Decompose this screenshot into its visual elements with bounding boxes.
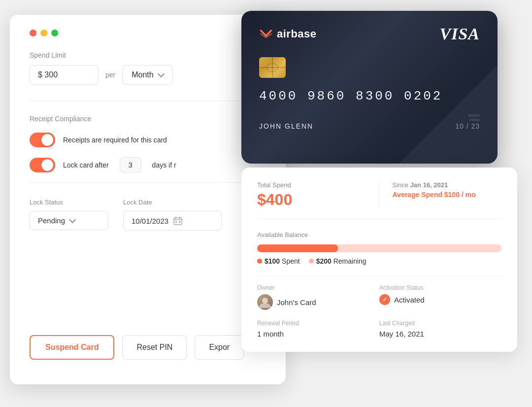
legend-spent: $100 Spent [257,257,300,265]
lock-date-field[interactable]: 10/01/2023 [123,211,222,231]
balance-legend: $100 Spent $200 Remaining [257,257,501,265]
toggle-lock-suffix: days if r [152,161,176,169]
window-controls [30,30,266,36]
toggle-lock-prefix: Lock card after [63,161,109,169]
card-number: 4000 9860 8300 0202 [259,89,480,103]
spend-limit-row: $ 300 per Month [30,65,266,85]
avatar [257,294,273,310]
lock-status-label: Lock Status [30,199,108,206]
currency-symbol: $ [38,70,42,79]
period-value: Month [132,70,153,79]
owner-label: Owner [257,284,379,291]
credit-card: airbase VISA 4000 9860 8300 0202 JOHN GL… [241,11,498,164]
lock-status-value: Pending [38,216,65,225]
svg-rect-2 [179,221,180,223]
activation-field: Activation Status ✓ Activated [379,284,501,310]
svg-rect-1 [175,221,177,223]
chevron-down-icon [158,70,165,77]
period-dropdown[interactable]: Month [122,65,172,85]
window-dot-red[interactable] [30,30,36,36]
divider-2 [30,182,266,183]
chevron-down-icon-lock [69,216,76,223]
amount-value: 300 [44,70,58,79]
avg-spend-label: Average Spend [393,191,442,199]
airbase-brand-text: airbase [277,28,317,40]
spent-dot-icon [257,259,262,264]
card-chip [259,57,286,78]
days-input[interactable]: 3 [120,157,141,172]
svg-point-3 [262,298,268,304]
airbase-logo-icon [259,29,273,39]
card-network: VISA [440,25,480,43]
remaining-amount: $200 [316,257,332,265]
spent-amount: $100 [265,257,280,265]
toggle-receipts-text: Receipts are required for this card [63,136,167,144]
activation-value: ✓ Activated [379,294,501,305]
svg-rect-0 [174,218,182,225]
action-buttons: Suspend Card Reset PIN Expor [30,335,244,360]
spend-limit-label: Spend Limit [30,51,266,59]
progress-bar-container [257,244,501,252]
reset-pin-button[interactable]: Reset PIN [122,335,187,360]
amount-input[interactable]: $ 300 [30,65,99,85]
info-bottom: Owner John's Card Activation Status ✓ Ac… [257,276,501,338]
avatar-icon [257,294,273,310]
available-balance-label: Available Balance [257,231,501,238]
info-top: Total Spend $400 Since Jan 16, 2021 Aver… [257,181,501,219]
since-section: Since Jan 16, 2021 Average Spend $100 / … [379,181,502,209]
last-charged-field: Last Charged May 16, 2021 [379,320,501,338]
renewal-field: Renewal Period 1 month [257,320,379,338]
since-date: Jan 16, 2021 [410,181,448,189]
activation-label: Activation Status [379,284,501,291]
renewal-value: 1 month [257,330,379,338]
toggle-receipts[interactable] [30,133,55,147]
lock-date-label: Lock Date [123,199,222,206]
calendar-icon [173,216,182,225]
receipt-compliance-label: Receipt Compliance [30,115,266,123]
window-dot-green[interactable] [51,30,58,36]
avg-spend-amount: $100 / mo [444,191,476,199]
owner-name: John's Card [277,298,316,306]
chip-oval [266,63,278,72]
spent-label: Spent [282,257,300,265]
window-dot-yellow[interactable] [40,30,47,36]
progress-bar-fill [257,244,338,252]
activation-status: Activated [394,296,425,304]
last-charged-value: May 16, 2021 [379,330,501,338]
per-label: per [105,71,115,79]
toggle-lock[interactable] [30,158,55,172]
renewal-label: Renewal Period [257,320,379,327]
toggle-row-receipts: Receipts are required for this card [30,133,266,147]
avg-spend: Average Spend $100 / mo [393,191,502,199]
legend-remaining: $200 Remaining [309,257,366,265]
remaining-label: Remaining [333,257,366,265]
total-spend-amount: $400 [257,191,366,209]
checkmark-icon: ✓ [382,296,387,303]
total-spend-section: Total Spend $400 [257,181,379,209]
total-spend-label: Total Spend [257,181,366,189]
lock-status-select[interactable]: Pending [30,211,108,230]
info-panel: Total Spend $400 Since Jan 16, 2021 Aver… [241,168,517,352]
remaining-dot-icon [309,259,314,264]
lock-date-value: 10/01/2023 [132,217,168,225]
suspend-card-button[interactable]: Suspend Card [30,335,114,360]
last-charged-label: Last Charged [379,320,501,327]
toggle-row-lock: Lock card after 3 days if r [30,157,266,172]
card-header: airbase VISA [259,25,480,43]
owner-value: John's Card [257,294,379,310]
export-button[interactable]: Expor [195,335,244,360]
owner-field: Owner John's Card [257,284,379,310]
card-cardholder: JOHN GLENN [259,122,313,130]
lock-date-group: Lock Date 10/01/2023 [123,199,222,231]
lock-status-group: Lock Status Pending [30,199,108,231]
check-circle-icon: ✓ [379,294,390,305]
divider-1 [30,101,266,101]
since-label: Since Jan 16, 2021 [393,181,502,189]
lock-row: Lock Status Pending Lock Date 10/01/2023 [30,199,266,231]
airbase-logo: airbase [259,28,317,40]
